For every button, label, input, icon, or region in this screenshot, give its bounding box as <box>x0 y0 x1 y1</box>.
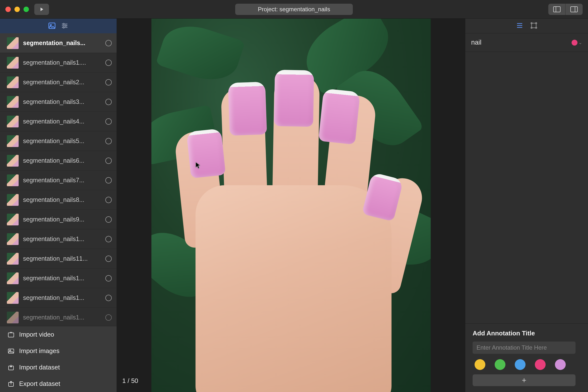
status-indicator[interactable] <box>105 40 112 46</box>
status-indicator[interactable] <box>105 177 112 184</box>
canvas-image <box>152 18 431 392</box>
right-sidebar-tabs <box>465 18 588 33</box>
status-indicator[interactable] <box>105 256 112 262</box>
status-indicator[interactable] <box>105 216 112 223</box>
image-name: segmentation_nails1... <box>23 275 101 282</box>
import-images-label: Import images <box>19 347 60 355</box>
image-list-item[interactable]: segmentation_nails7... <box>0 170 116 190</box>
images-tab[interactable] <box>48 22 56 30</box>
status-indicator[interactable] <box>105 236 112 242</box>
status-indicator[interactable] <box>105 99 112 105</box>
status-indicator[interactable] <box>105 118 112 125</box>
maximize-window-button[interactable] <box>24 6 29 12</box>
image-name: segmentation_nails... <box>23 40 101 46</box>
cursor-icon <box>196 162 200 169</box>
image-list-item[interactable]: segmentation_nails1.... <box>0 53 116 72</box>
image-thumbnail <box>7 272 18 284</box>
bbox-view-tab[interactable] <box>530 22 538 30</box>
svg-point-24 <box>535 27 536 28</box>
export-dataset-label: Export dataset <box>19 380 60 388</box>
status-indicator[interactable] <box>105 197 112 203</box>
status-indicator[interactable] <box>105 79 112 86</box>
project-title-pill[interactable]: Project: segmentation_nails <box>235 4 353 15</box>
status-indicator[interactable] <box>105 275 112 282</box>
image-icon <box>48 22 56 30</box>
list-view-tab[interactable] <box>516 22 524 30</box>
window-traffic-lights <box>6 6 29 12</box>
annotation-class-row[interactable]: nail ⌄ <box>465 33 588 52</box>
image-thumbnail <box>7 155 18 166</box>
image-list-item[interactable]: segmentation_nails11... <box>0 249 116 268</box>
color-option-blue[interactable] <box>515 359 526 370</box>
image-thumbnail <box>7 37 18 49</box>
image-list-item[interactable]: segmentation_nails1... <box>0 268 116 288</box>
left-sidebar-tabs <box>0 18 116 33</box>
image-thumbnail <box>7 312 18 324</box>
bbox-icon <box>530 22 538 30</box>
settings-tab[interactable] <box>60 22 69 30</box>
status-indicator[interactable] <box>105 138 112 144</box>
svg-point-9 <box>63 23 64 25</box>
image-list-item[interactable]: segmentation_nails3... <box>0 92 116 112</box>
image-list-item[interactable]: segmentation_nails5... <box>0 131 116 151</box>
add-annotation-button[interactable]: + <box>472 374 576 386</box>
image-name: segmentation_nails2... <box>23 79 101 86</box>
svg-rect-2 <box>570 6 578 12</box>
import-dataset-button[interactable]: Import dataset <box>0 359 116 376</box>
color-option-pink[interactable] <box>535 359 546 370</box>
image-name: segmentation_nails1... <box>23 314 101 321</box>
image-name: segmentation_nails1... <box>23 294 101 301</box>
annotation-title-input[interactable] <box>472 342 576 354</box>
canvas-area[interactable]: 1 / 50 <box>117 18 465 392</box>
image-list-item[interactable]: segmentation_nails9... <box>0 210 116 229</box>
export-dataset-icon <box>7 380 15 388</box>
layout-left-icon <box>553 6 560 12</box>
status-indicator[interactable] <box>105 158 112 164</box>
minimize-window-button[interactable] <box>14 6 20 12</box>
add-annotation-heading: Add Annotation Title <box>472 330 581 337</box>
image-name: segmentation_nails1... <box>23 236 101 242</box>
import-images-icon <box>7 348 15 355</box>
import-video-icon <box>7 331 15 338</box>
svg-point-23 <box>531 27 532 28</box>
image-thumbnail <box>7 76 18 88</box>
svg-point-11 <box>63 27 64 28</box>
image-list-item[interactable]: segmentation_nails4... <box>0 112 116 131</box>
add-annotation-panel: Add Annotation Title + <box>465 324 588 392</box>
svg-point-22 <box>535 22 536 24</box>
annotation-list-empty <box>465 52 588 324</box>
image-list-item[interactable]: segmentation_nails1... <box>0 308 116 327</box>
status-indicator[interactable] <box>105 314 112 321</box>
status-indicator[interactable] <box>105 295 112 301</box>
svg-point-21 <box>531 22 532 24</box>
image-thumbnail <box>7 57 18 68</box>
annotation-color-swatch[interactable] <box>572 40 578 46</box>
layout-right-panel-button[interactable] <box>566 4 582 15</box>
image-list-item[interactable]: segmentation_nails1... <box>0 229 116 249</box>
image-list-item[interactable]: segmentation_nails1... <box>0 288 116 308</box>
svg-point-10 <box>65 25 66 26</box>
chevron-down-icon: ⌄ <box>578 40 582 45</box>
annotation-color-picker <box>472 358 581 370</box>
image-name: segmentation_nails11... <box>23 255 101 262</box>
image-name: segmentation_nails6... <box>23 157 101 164</box>
import-video-button[interactable]: Import video <box>0 326 116 343</box>
play-button[interactable] <box>34 4 49 15</box>
app-root: Project: segmentation_nails <box>0 0 588 392</box>
image-thumbnail <box>7 292 18 304</box>
image-name: segmentation_nails4... <box>23 118 101 125</box>
color-option-purple[interactable] <box>555 359 566 370</box>
layout-left-panel-button[interactable] <box>548 4 566 15</box>
color-option-green[interactable] <box>495 359 506 370</box>
image-list-item[interactable]: segmentation_nails6... <box>0 151 116 170</box>
image-thumbnail <box>7 174 18 186</box>
play-icon <box>39 6 44 12</box>
image-list-item[interactable]: segmentation_nails2... <box>0 72 116 92</box>
status-indicator[interactable] <box>105 60 112 66</box>
image-list-item[interactable]: segmentation_nails8... <box>0 190 116 210</box>
close-window-button[interactable] <box>6 6 11 12</box>
export-dataset-button[interactable]: Export dataset <box>0 376 116 392</box>
color-option-yellow[interactable] <box>474 359 485 370</box>
import-images-button[interactable]: Import images <box>0 343 116 359</box>
image-list-item[interactable]: segmentation_nails... <box>0 33 116 53</box>
